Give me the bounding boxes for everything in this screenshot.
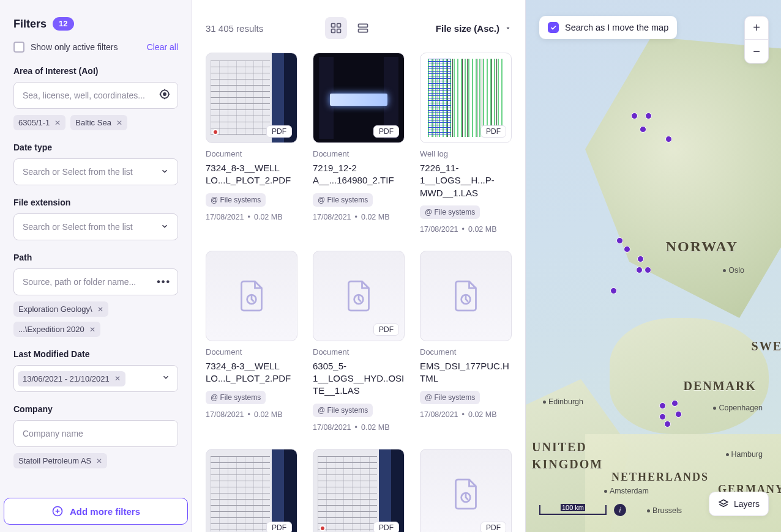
results-grid: PDF Document 7324_8-3__WELL LO...L_PLOT_… — [206, 53, 512, 532]
results-count: 31 405 results — [206, 23, 263, 34]
card-source-pill: @ File systems — [420, 391, 480, 404]
card-thumbnail[interactable]: PDF — [313, 449, 405, 533]
path-chip[interactable]: Exploration Geology\✕ — [13, 301, 108, 317]
card-meta: 17/08/2021•0.02 MB — [313, 423, 405, 432]
add-more-filters-button[interactable]: Add more filters — [4, 498, 188, 525]
checkbox-checked-icon — [548, 22, 559, 33]
result-card[interactable]: Document 7324_8-3__WELL LO...L_PLOT_2.PD… — [206, 251, 297, 432]
map-marker[interactable] — [671, 400, 678, 407]
chip-remove-icon[interactable]: ✕ — [89, 325, 95, 334]
card-doc-type: Document — [420, 347, 512, 357]
filters-sidebar: Filters 12 Show only active filters Clea… — [0, 0, 192, 532]
chip-remove-icon[interactable]: ✕ — [116, 119, 122, 127]
file-type-badge: PDF — [266, 125, 292, 138]
card-doc-type: Document — [313, 149, 405, 158]
grid-view-button[interactable] — [325, 17, 347, 39]
card-doc-type: Well log — [420, 149, 512, 158]
file-type-badge: PDF — [480, 522, 506, 533]
chip-remove-icon[interactable]: ✕ — [96, 457, 102, 465]
chip-remove-icon[interactable]: ✕ — [54, 119, 61, 127]
result-card[interactable]: PDF — [420, 449, 512, 533]
checkbox-icon — [13, 42, 24, 53]
layers-button[interactable]: Layers — [709, 492, 769, 516]
chip-remove-icon[interactable]: ✕ — [97, 305, 103, 314]
map-city-brussels: Brussels — [647, 506, 682, 515]
more-icon[interactable]: ••• — [157, 276, 171, 287]
card-meta: 17/08/2021•0.02 MB — [420, 410, 512, 419]
map-panel[interactable]: NORWAY SWE DENMARK UNITED KINGDOM NETHER… — [525, 0, 781, 532]
map-marker[interactable] — [640, 126, 646, 133]
map-marker[interactable] — [631, 113, 638, 119]
card-title: 7324_8-3__WELL LO...L_PLOT_2.PDF — [206, 360, 297, 385]
filters-count-badge: 12 — [53, 17, 73, 31]
clear-all-link[interactable]: Clear all — [147, 42, 178, 52]
date-type-select[interactable]: Search or Select from the list — [13, 158, 178, 185]
chevron-down-icon — [160, 222, 169, 232]
card-meta: 17/08/2021•0.02 MB — [206, 410, 297, 419]
card-thumbnail[interactable] — [420, 251, 512, 341]
file-type-badge: PDF — [373, 323, 399, 336]
map-info-button[interactable]: i — [614, 504, 626, 516]
aoi-input[interactable] — [13, 82, 178, 109]
svg-rect-7 — [359, 24, 368, 27]
chip-remove-icon[interactable]: ✕ — [114, 374, 121, 383]
last-mod-select[interactable]: 13/06/2021 - 21/10/2021✕ — [13, 365, 178, 392]
file-type-badge: PDF — [480, 125, 506, 138]
result-card[interactable]: PDF — [206, 449, 297, 533]
show-only-active-checkbox[interactable]: Show only active filters — [13, 42, 118, 53]
path-input[interactable] — [13, 268, 178, 295]
zoom-in-button[interactable]: + — [745, 17, 768, 40]
map-marker[interactable] — [665, 136, 672, 142]
results-panel: 31 405 results File size (Asc.) PDF Docu… — [192, 0, 525, 532]
location-icon[interactable] — [159, 88, 171, 103]
map-marker[interactable] — [659, 402, 666, 409]
map-marker[interactable] — [645, 267, 651, 273]
company-input[interactable] — [13, 420, 178, 447]
search-as-move-toggle[interactable]: Search as I move the map — [539, 16, 677, 39]
path-chip[interactable]: ...\Expedition 2020✕ — [13, 322, 100, 337]
svg-rect-8 — [359, 29, 368, 32]
chevron-down-icon — [160, 167, 169, 177]
card-thumbnail[interactable]: PDF — [313, 53, 405, 143]
card-thumbnail[interactable]: PDF — [420, 53, 512, 143]
card-thumbnail[interactable]: PDF — [313, 251, 405, 341]
status-dot-icon — [212, 129, 219, 135]
card-thumbnail[interactable]: PDF — [206, 449, 297, 533]
result-card[interactable]: PDF — [313, 449, 405, 533]
map-marker[interactable] — [675, 411, 682, 418]
map-marker[interactable] — [645, 113, 652, 119]
result-card[interactable]: Document EMS_DSI_177PUC.HTML @ File syst… — [420, 251, 512, 432]
map-label-denmark: DENMARK — [683, 379, 757, 393]
last-mod-label: Last Modified Date — [13, 349, 178, 359]
map-marker[interactable] — [624, 246, 630, 253]
aoi-chip[interactable]: 6305/1-1✕ — [13, 115, 65, 130]
result-card[interactable]: PDF Document 6305_5-1__LOGS__HYD..OSITE_… — [313, 251, 405, 432]
map-marker[interactable] — [616, 237, 623, 244]
card-thumbnail[interactable]: PDF — [206, 53, 297, 143]
filter-company: Company Statoil Petroleum AS✕ — [13, 404, 178, 468]
zoom-out-button[interactable]: − — [745, 40, 768, 63]
map-marker[interactable] — [610, 287, 617, 294]
map-city-oslo: Oslo — [723, 266, 744, 275]
file-ext-select[interactable]: Search or Select from the list — [13, 213, 178, 240]
card-title: 7324_8-3__WELL LO...L_PLOT_2.PDF — [206, 162, 297, 187]
map-marker[interactable] — [664, 421, 671, 427]
map-marker[interactable] — [659, 413, 666, 420]
card-title: 6305_5-1__LOGS__HYD..OSITE__1.LAS — [313, 360, 405, 397]
result-card[interactable]: PDF Document 7219_12-2 A__...164980_2.TI… — [313, 53, 405, 234]
map-marker[interactable] — [637, 256, 644, 262]
aoi-chip[interactable]: Baltic Sea✕ — [70, 115, 127, 130]
result-card[interactable]: PDF Well log 7226_11-1__LOGS__H...P-MWD_… — [420, 53, 512, 234]
svg-point-1 — [163, 93, 166, 95]
filter-date-type: Date type Search or Select from the list — [13, 142, 178, 185]
file-ext-label: File extension — [13, 198, 178, 207]
result-card[interactable]: PDF Document 7324_8-3__WELL LO...L_PLOT_… — [206, 53, 297, 234]
svg-rect-4 — [337, 24, 341, 28]
map-marker[interactable] — [636, 267, 643, 273]
card-thumbnail[interactable] — [206, 251, 297, 341]
list-view-button[interactable] — [352, 17, 374, 39]
map-city-edinburgh: Edinburgh — [543, 397, 583, 406]
sort-dropdown[interactable]: File size (Asc.) — [436, 23, 512, 34]
card-thumbnail[interactable]: PDF — [420, 449, 512, 533]
company-chip[interactable]: Statoil Petroleum AS✕ — [13, 453, 107, 468]
